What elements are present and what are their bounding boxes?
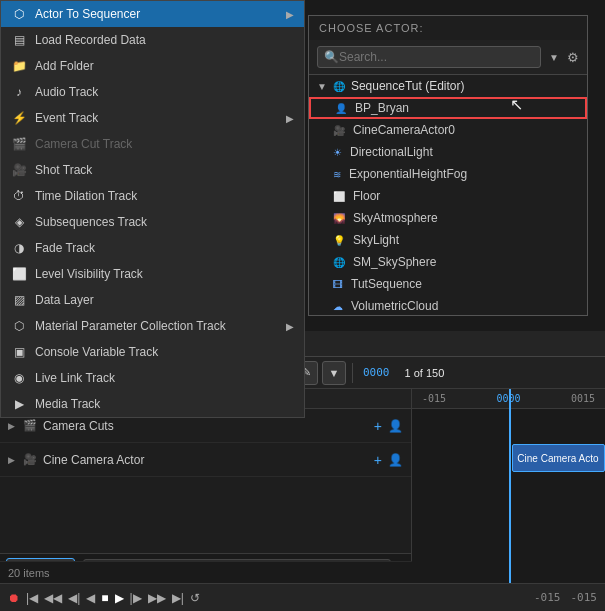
menu-item-label: Level Visibility Track xyxy=(35,267,294,281)
menu-item-label: Console Variable Track xyxy=(35,345,294,359)
actor-name: VolumetricCloud xyxy=(351,299,438,313)
actor-item-sky-atm[interactable]: 🌄SkyAtmosphere xyxy=(309,207,587,229)
menu-item-label: Event Track xyxy=(35,111,286,125)
step-back-button[interactable]: ◀◀ xyxy=(44,591,62,605)
menu-item-label: Actor To Sequencer xyxy=(35,7,286,21)
menu-item-icon: ◑ xyxy=(11,240,27,256)
menu-item-icon: ⬡ xyxy=(11,6,27,22)
menu-item-subsequences[interactable]: ◈Subsequences Track xyxy=(1,209,304,235)
menu-item-label: Material Parameter Collection Track xyxy=(35,319,286,333)
menu-item-live-link[interactable]: ◉Live Link Track xyxy=(1,365,304,391)
expand-triangle-icon[interactable]: ▼ xyxy=(317,81,327,92)
record-button[interactable]: ⏺ xyxy=(8,591,20,605)
menu-item-label: Data Layer xyxy=(35,293,294,307)
menu-item-icon: ♪ xyxy=(11,84,27,100)
menu-item-data-layer[interactable]: ▨Data Layer xyxy=(1,287,304,313)
actor-item-dir-light[interactable]: ☀DirectionalLight xyxy=(309,141,587,163)
track-add-button[interactable]: + xyxy=(374,453,382,467)
track-expand-icon[interactable]: ▶ xyxy=(8,421,15,431)
menu-item-audio-track[interactable]: ♪Audio Track xyxy=(1,79,304,105)
range-display: 1 of 150 xyxy=(405,367,445,379)
frame-fwd-button[interactable]: |▶ xyxy=(130,591,142,605)
track-label-area: ▶ 🎥 Cine Camera Actor xyxy=(8,453,374,467)
actor-icon: 🌐 xyxy=(333,257,345,268)
search-icon: 🔍 xyxy=(324,50,339,64)
menu-item-icon: ⏱ xyxy=(11,188,27,204)
actor-name: SkyAtmosphere xyxy=(353,211,438,225)
menu-item-icon: ▤ xyxy=(11,32,27,48)
actor-item-skylight[interactable]: 💡SkyLight xyxy=(309,229,587,251)
track-list: ​ ▶ 🎬 Camera Cuts + 👤 ▶ 🎥 Ci xyxy=(0,389,412,583)
actor-name: DirectionalLight xyxy=(350,145,433,159)
loop-button[interactable]: ↺ xyxy=(190,591,200,605)
actor-item-floor[interactable]: ⬜Floor xyxy=(309,185,587,207)
menu-item-event-track[interactable]: ⚡Event Track▶ xyxy=(1,105,304,131)
menu-item-camera-cut-track: 🎬Camera Cut Track xyxy=(1,131,304,157)
play-button[interactable]: ▶ xyxy=(115,591,124,605)
menu-item-label: Subsequences Track xyxy=(35,215,294,229)
go-to-start-button[interactable]: |◀ xyxy=(26,591,38,605)
play-back-button[interactable]: ◀ xyxy=(86,591,95,605)
menu-item-icon: ⚡ xyxy=(11,110,27,126)
actor-name: TutSequence xyxy=(351,277,422,291)
track-label-area: ▶ 🎬 Camera Cuts xyxy=(8,419,374,433)
actor-icon: 🎞 xyxy=(333,279,343,290)
ruler-left: -015 xyxy=(422,393,446,404)
step-fwd-button[interactable]: ▶▶ xyxy=(148,591,166,605)
menu-item-fade-track[interactable]: ◑Fade Track xyxy=(1,235,304,261)
go-to-end-button[interactable]: ▶| xyxy=(172,591,184,605)
actor-item-cine-camera[interactable]: 🎥CineCameraActor0 xyxy=(309,119,587,141)
dropdown-arrow-icon[interactable]: ▼ xyxy=(545,52,563,63)
timeline-clip[interactable]: Cine Camera Acto xyxy=(512,444,605,472)
actor-name: BP_Bryan xyxy=(355,101,409,115)
menu-item-shot-track[interactable]: 🎥Shot Track xyxy=(1,157,304,183)
submenu-arrow-icon: ▶ xyxy=(286,113,294,124)
gear-button[interactable]: ⚙ xyxy=(567,50,579,65)
menu-item-icon: ▣ xyxy=(11,344,27,360)
menu-item-load-recorded-data[interactable]: ▤Load Recorded Data xyxy=(1,27,304,53)
search-input[interactable] xyxy=(339,50,534,64)
search-row: 🔍 ▼ ⚙ xyxy=(309,40,587,75)
menu-item-actor-to-sequencer[interactable]: ⬡Actor To Sequencer▶ xyxy=(1,1,304,27)
menu-item-time-dilation[interactable]: ⏱Time Dilation Track xyxy=(1,183,304,209)
menu-item-icon: 🎬 xyxy=(11,136,27,152)
actor-icon: ≋ xyxy=(333,169,341,180)
stop-button[interactable]: ■ xyxy=(101,591,108,605)
submenu-arrow-icon: ▶ xyxy=(286,321,294,332)
search-box[interactable]: 🔍 xyxy=(317,46,541,68)
menu-item-label: Shot Track xyxy=(35,163,294,177)
actor-icon: ⬜ xyxy=(333,191,345,202)
menu-item-label: Time Dilation Track xyxy=(35,189,294,203)
group-name: SequenceTut (Editor) xyxy=(351,79,465,93)
actor-icon: 👤 xyxy=(335,103,347,114)
menu-item-icon: 📁 xyxy=(11,58,27,74)
menu-item-add-folder[interactable]: 📁Add Folder xyxy=(1,53,304,79)
menu-item-material-param[interactable]: ⬡Material Parameter Collection Track▶ xyxy=(1,313,304,339)
timeline-area: -015 0000 0015 Cine Camera Acto xyxy=(412,389,605,583)
menu-item-media-track[interactable]: ▶Media Track xyxy=(1,391,304,417)
actor-item-sm-skysphere[interactable]: 🌐SM_SkySphere xyxy=(309,251,587,273)
track-actor-button[interactable]: 👤 xyxy=(388,419,403,433)
items-count: 20 items xyxy=(8,567,50,579)
playhead[interactable] xyxy=(509,389,511,583)
track-expand-icon[interactable]: ▶ xyxy=(8,455,15,465)
track-add-button[interactable]: + xyxy=(374,419,382,433)
toolbar-btn-8[interactable]: ▼ xyxy=(322,361,346,385)
cine-camera-icon: 🎥 xyxy=(23,453,37,466)
actor-item-tut-seq[interactable]: 🎞TutSequence xyxy=(309,273,587,295)
menu-item-console-variable[interactable]: ▣Console Variable Track xyxy=(1,339,304,365)
menu-item-level-visibility[interactable]: ⬜Level Visibility Track xyxy=(1,261,304,287)
group-icon: 🌐 xyxy=(333,81,345,92)
track-row: ▶ 🎥 Cine Camera Actor + 👤 xyxy=(0,443,411,477)
actor-item-vol-cloud[interactable]: ☁VolumetricCloud xyxy=(309,295,587,315)
range-separator xyxy=(394,367,397,379)
actor-item-exp-height-fog[interactable]: ≋ExponentialHeightFog xyxy=(309,163,587,185)
frame-back-button[interactable]: ◀| xyxy=(68,591,80,605)
sequencer-content: ​ ▶ 🎬 Camera Cuts + 👤 ▶ 🎥 Ci xyxy=(0,389,605,583)
menu-item-icon: ◉ xyxy=(11,370,27,386)
actor-item-bp-bryan[interactable]: 👤BP_Bryan xyxy=(309,97,587,119)
clip-label: Cine Camera Acto xyxy=(517,453,598,464)
menu-item-label: Live Link Track xyxy=(35,371,294,385)
transport-time-right: -015 xyxy=(571,591,598,604)
track-actor-button[interactable]: 👤 xyxy=(388,453,403,467)
